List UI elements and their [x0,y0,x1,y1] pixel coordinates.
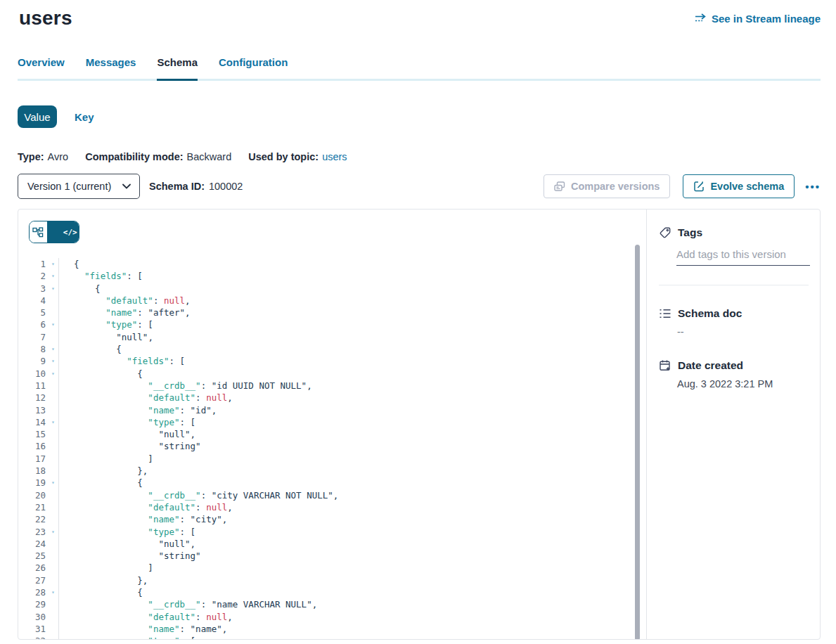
tab-configuration[interactable]: Configuration [219,56,288,79]
code-line: 17 ] [18,453,646,465]
code-line: 31 "name": "name", [18,623,646,635]
fold-arrow-icon[interactable]: ▾ [48,526,58,538]
code-line: 2▾ "fields": [ [18,270,646,282]
code-line: 24 "null", [18,538,646,550]
code-line: 14▾ "type": [ [18,416,646,428]
schema-meta-row: Type:AvroCompatibility mode:BackwardUsed… [18,151,836,162]
code-line: 18 }, [18,465,646,477]
code-line: 20 "__crdb__": "city VARCHAR NOT NULL", [18,489,646,501]
line-number: 19 [18,477,48,489]
code-line: 12 "default": null, [18,392,646,404]
code-view-icon: </> [63,228,77,237]
meta-item: Used by topic:users [248,151,347,162]
code-line: 22 "name": "city", [18,513,646,525]
code-line: 23▾ "type": [ [18,526,646,538]
compare-icon [554,181,565,192]
line-number: 14 [18,416,48,428]
value-key-toggle: ValueKey [18,105,836,128]
code-line: 4 "default": null, [18,295,646,307]
stream-lineage-link[interactable]: See in Stream lineage [695,13,821,25]
code-line: 9▾ "fields": [ [18,355,646,367]
fold-arrow-icon[interactable]: ▾ [48,343,58,355]
tags-input[interactable] [676,248,810,266]
line-number: 32 [18,635,48,639]
line-number: 12 [18,392,48,404]
fold-arrow-icon[interactable]: ▾ [48,416,58,428]
code-line: 10▾ { [18,368,646,380]
line-number: 15 [18,428,48,440]
code-line: 16 "string" [18,440,646,452]
fold-arrow-icon[interactable]: ▾ [48,368,58,380]
meta-value: Backward [187,151,232,162]
code-line: 3▾ { [18,283,646,295]
scrollbar-thumb[interactable] [635,245,640,639]
stream-lineage-label: See in Stream lineage [712,13,821,25]
line-number: 21 [18,501,48,513]
code-line: 30 "default": null, [18,611,646,623]
line-number: 30 [18,611,48,623]
code-line: 1▾{ [18,258,646,270]
tag-icon [659,226,671,239]
schema-doc-section: Schema doc -- [659,307,809,337]
line-number: 5 [18,307,48,318]
code-line: 28▾ { [18,586,646,598]
code-line: 15 "null", [18,428,646,440]
more-options-button[interactable]: ••• [805,181,821,193]
evolve-schema-label: Evolve schema [710,181,784,192]
fold-arrow-icon[interactable]: ▾ [48,586,58,598]
line-number: 4 [18,295,48,307]
line-number: 11 [18,380,48,392]
schema-doc-title: Schema doc [678,307,742,320]
toggle-value[interactable]: Value [18,105,57,128]
code-line: 21 "default": null, [18,501,646,513]
schema-page: users See in Stream lineage OverviewMess… [0,7,836,644]
schema-sidebar: Tags Schema doc -- [646,210,820,639]
fold-arrow-icon[interactable]: ▾ [48,283,58,295]
evolve-schema-button[interactable]: Evolve schema [683,174,795,198]
line-number: 25 [18,550,48,562]
schema-id-value: 100002 [209,181,243,192]
line-number: 16 [18,440,48,452]
compare-versions-label: Compare versions [571,181,660,192]
line-number: 10 [18,368,48,380]
fold-arrow-icon[interactable]: ▾ [48,318,58,330]
tab-schema[interactable]: Schema [157,56,198,79]
code-line: 19▾ { [18,477,646,489]
meta-value-link[interactable]: users [322,151,347,162]
compare-versions-button[interactable]: Compare versions [544,174,671,198]
list-icon [659,308,671,319]
meta-value: Avro [48,151,69,162]
code-view-button[interactable]: </> [47,221,79,243]
fold-arrow-icon[interactable]: ▾ [48,477,58,489]
toggle-key[interactable]: Key [75,111,94,123]
schema-editor-pane: </> 1▾{2▾ "fields": [3▾ {4 "default": nu… [18,210,646,639]
fold-arrow-icon[interactable]: ▾ [48,258,58,270]
meta-label: Type: [18,151,44,162]
line-number: 1 [18,258,48,270]
line-number: 8 [18,343,48,355]
code-line: 32▾ "type": [ [18,635,646,639]
schema-code-editor[interactable]: 1▾{2▾ "fields": [3▾ {4 "default": null,5… [18,258,646,639]
line-number: 24 [18,538,48,550]
meta-label: Used by topic: [248,151,319,162]
version-select[interactable]: Version 1 (current) [18,174,140,199]
code-line: 27 }, [18,574,646,586]
line-number: 29 [18,598,48,610]
code-line: 5 "name": "after", [18,307,646,318]
line-number: 23 [18,526,48,538]
schema-panel: </> 1▾{2▾ "fields": [3▾ {4 "default": nu… [18,209,821,640]
fold-arrow-icon[interactable]: ▾ [48,355,58,367]
tree-view-button[interactable] [30,221,47,243]
tab-messages[interactable]: Messages [86,56,136,79]
page-header: users See in Stream lineage [19,7,821,30]
fold-arrow-icon[interactable]: ▾ [48,635,58,639]
code-line: 25 "string" [18,550,646,562]
line-number: 22 [18,513,48,525]
fold-arrow-icon[interactable]: ▾ [48,270,58,282]
tab-overview[interactable]: Overview [18,56,65,79]
date-created-section: Date created Aug. 3 2022 3:21 PM [659,359,809,389]
meta-item: Compatibility mode:Backward [85,151,231,162]
code-line: 11 "__crdb__": "id UUID NOT NULL", [18,380,646,392]
line-number: 17 [18,453,48,465]
version-controls-row: Version 1 (current) Schema ID: 100002 Co… [18,174,821,199]
